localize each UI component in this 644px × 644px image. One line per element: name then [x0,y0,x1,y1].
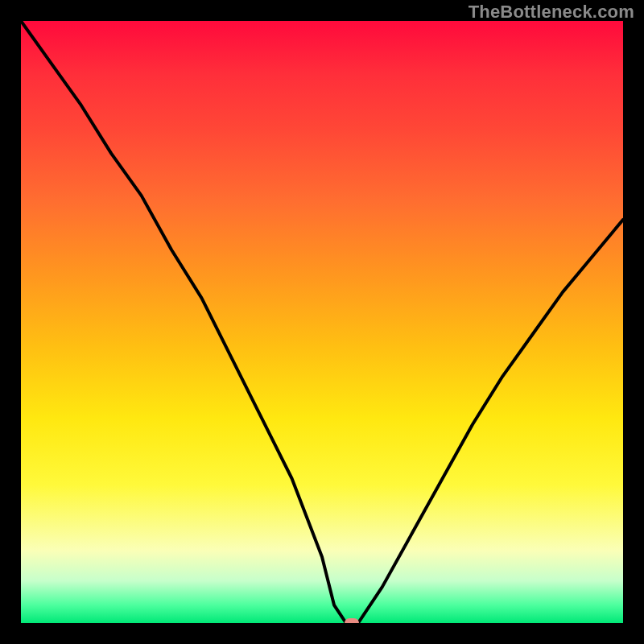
bottleneck-curve [21,21,623,623]
plot-area [21,21,623,623]
chart-frame: TheBottleneck.com [0,0,644,644]
optimum-marker [345,618,359,623]
watermark-text: TheBottleneck.com [469,2,634,23]
curve-path [21,21,623,623]
